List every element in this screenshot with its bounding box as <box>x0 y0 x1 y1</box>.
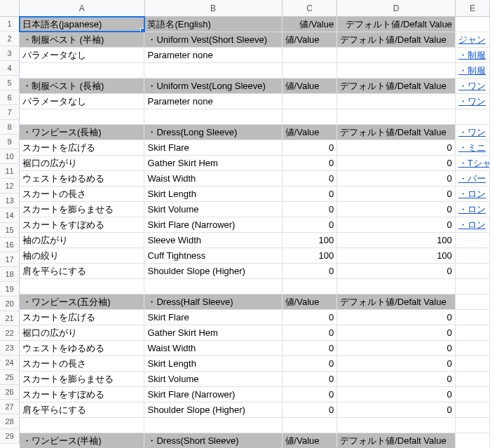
cell-a-23[interactable]: スカートの長さ <box>20 356 144 371</box>
cell-b-1[interactable]: 英語名(English) <box>144 17 282 32</box>
cell-a-3[interactable]: パラメータなし <box>20 48 144 62</box>
cell-d-1[interactable]: デフォルト値/Defalt Value <box>337 17 456 32</box>
link[interactable]: ・ロン <box>458 219 486 231</box>
cell-d-18[interactable] <box>337 279 456 294</box>
cell-b-24[interactable]: Skirt Volume <box>144 372 282 386</box>
cell-d-2[interactable]: デフォルト値/Defalt Value <box>337 32 456 47</box>
row-header-4[interactable]: 4 <box>0 61 20 76</box>
cell-c-15[interactable]: 100 <box>283 233 338 247</box>
cell-c-9[interactable]: 0 <box>283 140 338 155</box>
cell-a-10[interactable]: 裾口の広がり <box>20 156 144 170</box>
cell-d-3[interactable] <box>337 48 456 62</box>
cell-e-3[interactable]: ・制服 <box>456 48 490 62</box>
cell-d-7[interactable] <box>337 109 456 124</box>
cell-e-22[interactable] <box>456 341 490 355</box>
cell-b-28[interactable]: ・Dress(Short Sleeve) <box>144 433 282 448</box>
cell-d-27[interactable] <box>337 418 456 433</box>
cell-b-22[interactable]: Waist Width <box>144 341 282 355</box>
cell-a-26[interactable]: 肩を平らにする <box>20 402 144 417</box>
cell-a-17[interactable]: 肩を平らにする <box>20 264 144 278</box>
cell-c-23[interactable]: 0 <box>283 356 338 371</box>
cell-b-25[interactable]: Skirt Flare (Narrower) <box>144 387 282 402</box>
cell-b-21[interactable]: Gather Skirt Hem <box>144 325 282 340</box>
row-header-18[interactable]: 18 <box>0 267 20 282</box>
cell-c-21[interactable]: 0 <box>283 325 338 340</box>
cell-a-20[interactable]: スカートを広げる <box>20 310 144 325</box>
row-header-19[interactable]: 19 <box>0 282 20 297</box>
cell-d-21[interactable]: 0 <box>337 325 456 340</box>
row-header-16[interactable]: 16 <box>0 238 20 252</box>
cell-e-26[interactable] <box>456 402 490 417</box>
cell-e-18[interactable] <box>456 279 490 294</box>
link[interactable]: ・ワン <box>458 80 486 93</box>
cell-c-25[interactable]: 0 <box>283 387 338 402</box>
row-header-29[interactable]: 29 <box>0 429 20 444</box>
row-header-20[interactable]: 20 <box>0 297 20 311</box>
cell-b-26[interactable]: Shoulder Slope (Higher) <box>144 402 282 417</box>
cell-c-24[interactable]: 0 <box>283 372 338 386</box>
cell-c-27[interactable] <box>283 418 338 433</box>
cell-a-24[interactable]: スカートを膨らませる <box>20 372 144 386</box>
cell-d-8[interactable]: デフォルト値/Defalt Value <box>337 125 456 140</box>
row-header-27[interactable]: 27 <box>0 400 20 414</box>
cell-e-21[interactable] <box>456 325 490 340</box>
cell-a-13[interactable]: スカートを膨らませる <box>20 202 144 217</box>
cell-d-11[interactable]: 0 <box>337 171 456 186</box>
cell-e-7[interactable] <box>456 109 490 124</box>
link[interactable]: ・ロン <box>458 188 486 201</box>
col-header-e[interactable]: E <box>456 0 490 17</box>
col-header-b[interactable]: B <box>145 0 283 17</box>
link[interactable]: ・ロン <box>458 203 486 216</box>
cell-a-2[interactable]: ・制服ベスト (半袖) <box>20 32 144 47</box>
cell-e-6[interactable]: ・ワン <box>456 94 490 109</box>
cell-e-17[interactable] <box>456 264 490 278</box>
row-header-22[interactable]: 22 <box>0 326 20 341</box>
cell-b-15[interactable]: Sleeve Width <box>144 233 282 247</box>
row-header-1[interactable]: 1 <box>0 17 20 32</box>
cell-d-25[interactable]: 0 <box>337 387 456 402</box>
cell-e-23[interactable] <box>456 356 490 371</box>
cell-e-14[interactable]: ・ロン <box>456 217 490 232</box>
cell-b-18[interactable] <box>144 279 282 294</box>
cell-c-8[interactable]: 値/Value <box>283 125 338 140</box>
cell-e-20[interactable] <box>456 310 490 325</box>
cell-e-8[interactable]: ・ワン <box>456 125 490 140</box>
cell-b-11[interactable]: Waist Width <box>144 171 282 186</box>
cell-a-8[interactable]: ・ワンピース(長袖) <box>20 125 144 140</box>
cell-b-6[interactable]: Parameter none <box>144 94 282 109</box>
row-header-7[interactable]: 7 <box>0 105 20 120</box>
cell-a-14[interactable]: スカートをすぼめる <box>20 217 144 232</box>
cell-a-22[interactable]: ウェストをゆるめる <box>20 341 144 355</box>
cell-d-4[interactable] <box>337 63 456 78</box>
cell-b-17[interactable]: Shoulder Slope (Higher) <box>144 264 282 278</box>
cell-c-17[interactable]: 0 <box>283 264 338 278</box>
cell-c-12[interactable]: 0 <box>283 186 338 201</box>
cell-e-5[interactable]: ・ワン <box>456 79 490 93</box>
cell-a-4[interactable] <box>20 63 144 78</box>
cell-c-11[interactable]: 0 <box>283 171 338 186</box>
cell-a-27[interactable] <box>20 418 144 433</box>
cell-d-15[interactable]: 100 <box>337 233 456 247</box>
cell-d-5[interactable]: デフォルト値/Defalt Value <box>337 79 456 93</box>
cell-a-21[interactable]: 裾口の広がり <box>20 325 144 340</box>
link[interactable]: ・ミニ <box>458 142 486 154</box>
row-header-21[interactable]: 21 <box>0 311 20 326</box>
row-header-5[interactable]: 5 <box>0 76 20 90</box>
cell-c-19[interactable]: 値/Value <box>283 294 338 309</box>
cell-c-5[interactable]: 値/Value <box>283 79 338 93</box>
row-header-3[interactable]: 3 <box>0 46 20 61</box>
link[interactable]: ・ワン <box>458 126 486 139</box>
cell-b-27[interactable] <box>144 418 282 433</box>
link[interactable]: ・制服 <box>458 49 486 62</box>
row-header-13[interactable]: 13 <box>0 194 20 208</box>
cell-a-9[interactable]: スカートを広げる <box>20 140 144 155</box>
cell-a-6[interactable]: パラメータなし <box>20 94 144 109</box>
cell-d-6[interactable] <box>337 94 456 109</box>
cell-e-11[interactable]: ・パー <box>456 171 490 186</box>
row-header-23[interactable]: 23 <box>0 341 20 355</box>
cell-e-9[interactable]: ・ミニ <box>456 140 490 155</box>
row-header-24[interactable]: 24 <box>0 355 20 370</box>
cell-e-12[interactable]: ・ロン <box>456 186 490 201</box>
link[interactable]: ・パー <box>458 172 486 185</box>
col-header-c[interactable]: C <box>283 0 337 17</box>
